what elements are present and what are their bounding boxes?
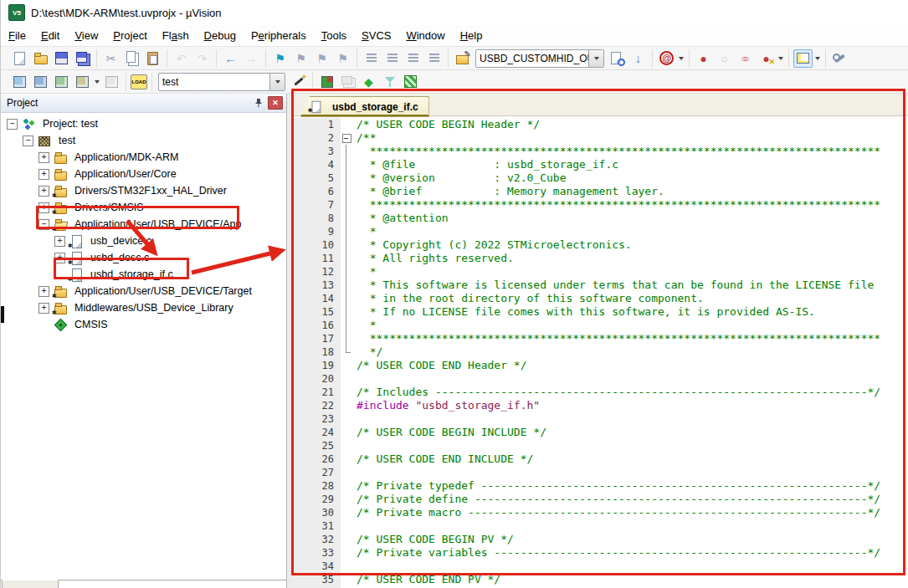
menu-view[interactable]: View [67, 28, 105, 43]
code-text [352, 412, 357, 426]
tree-item-usb-device-c[interactable]: +✱usb_device.c [1, 233, 286, 249]
disable-all-breakpoints-button[interactable] [736, 49, 755, 68]
kill-all-breakpoints-button[interactable] [757, 49, 776, 68]
tree-item-usbd-desc-c[interactable]: +✱usbd_desc.c [1, 249, 286, 266]
find-in-files-button[interactable] [608, 49, 627, 68]
debug-session-button-dropdown[interactable] [677, 51, 685, 66]
open-file-button[interactable] [31, 49, 50, 68]
expander-plus-icon[interactable]: + [38, 303, 49, 314]
close-panel-button[interactable]: ✕ [268, 96, 283, 110]
incremental-find-button[interactable]: ↓ [628, 49, 648, 68]
title-bar: V5 D:\test\MDK-ARM\test.uvprojx - µVisio… [1, 0, 908, 25]
tree-item-label: Application/User/USB_DEVICE/Target [72, 284, 254, 298]
clear-bookmarks-button[interactable]: ⚑ [333, 49, 352, 68]
folder-icon: ✱ [54, 185, 68, 197]
expander-minus-icon[interactable]: − [7, 119, 18, 130]
indent-right-button[interactable] [362, 49, 381, 68]
menu-project[interactable]: Project [105, 28, 154, 43]
enable-disable-breakpoint-button[interactable]: ○ [715, 49, 734, 68]
download-button[interactable]: LOAD [131, 74, 147, 89]
configure-button[interactable] [830, 49, 849, 68]
project-tab-stub[interactable] [2, 580, 59, 588]
menu-peripherals[interactable]: Peripherals [244, 28, 314, 43]
tree-item-drivers-stm32f1xx-hal-driver[interactable]: +✱Drivers/STM32F1xx_HAL_Driver [1, 182, 286, 199]
pack-installer-button[interactable] [401, 73, 420, 91]
expander-plus-icon[interactable]: + [54, 236, 65, 247]
device-filter-button[interactable] [380, 73, 399, 91]
save-all-button[interactable] [73, 49, 92, 68]
tree-item-label: Application/User/USB_DEVICE/App [72, 217, 244, 231]
line-number: 5 [292, 171, 341, 185]
manage-rte-button[interactable] [317, 73, 336, 91]
kill-all-breakpoints-button-dropdown[interactable] [777, 51, 785, 66]
expander-plus-icon[interactable]: + [38, 169, 49, 180]
fold-marker-icon[interactable] [341, 131, 352, 145]
edit-configuration-button[interactable] [453, 49, 472, 68]
debug-target-combobox-dropdown[interactable] [588, 50, 603, 67]
target-select-combobox-dropdown[interactable] [269, 74, 285, 90]
tree-item-application-mdk-arm[interactable]: +Application/MDK-ARM [1, 149, 286, 166]
expander-minus-icon[interactable]: − [38, 219, 49, 230]
expander-plus-icon[interactable]: + [38, 186, 49, 197]
paste-button[interactable] [143, 49, 162, 68]
code-view[interactable]: 1/* USER CODE BEGIN Header */2/**3 *****… [292, 115, 908, 588]
software-packs-button[interactable] [359, 73, 378, 91]
batch-build-button-dropdown[interactable] [93, 74, 101, 89]
tree-item-usbd-storage-if-c[interactable]: ✱usbd_storage_if.c [1, 266, 286, 283]
expander-plus-icon[interactable]: + [38, 286, 49, 297]
fold-margin [341, 319, 352, 332]
tree-item-drivers-cmsis[interactable]: +✱Drivers/CMSIS [1, 199, 286, 216]
window-layout-button[interactable] [793, 49, 813, 68]
toggle-bookmark-button[interactable]: ⚑ [270, 49, 290, 68]
menu-help[interactable]: Help [453, 28, 490, 43]
translate-button[interactable] [10, 73, 29, 91]
debug-target-combobox[interactable]: USBD_CUSTOMHID_OUTI [475, 49, 604, 68]
menu-file[interactable]: File [1, 28, 33, 43]
tree-item-project-test[interactable]: −Project: test [1, 115, 286, 132]
tree-item-middlewares-usb-device-library[interactable]: +✱Middlewares/USB_Device_Library [1, 299, 286, 316]
menu-svcs[interactable]: SVCS [354, 28, 398, 43]
tree-item-application-user-core[interactable]: +Application/User/Core [1, 166, 286, 182]
code-text: * If no LICENSE file comes with this sof… [352, 305, 815, 319]
save-button[interactable] [52, 49, 71, 68]
new-file-button[interactable] [10, 49, 29, 68]
tab-usbd-storage-if-c[interactable]: ✱ usbd_storage_if.c [300, 96, 429, 117]
code-text [352, 466, 357, 479]
rebuild-all-button[interactable] [52, 73, 71, 91]
copy-button[interactable] [122, 49, 141, 68]
comment-selection-button[interactable] [403, 49, 423, 68]
menu-flash[interactable]: Flash [155, 28, 197, 43]
pin-icon[interactable] [253, 97, 264, 109]
menu-tools[interactable]: Tools [314, 28, 354, 43]
expander-plus-icon[interactable]: + [38, 152, 49, 163]
fold-margin [341, 386, 352, 399]
options-for-target-button[interactable] [289, 73, 308, 91]
next-bookmark-button[interactable]: ⚑ [312, 49, 331, 68]
tree-item-application-user-usb-device-target[interactable]: +✱Application/User/USB_DEVICE/Target [1, 283, 286, 299]
uncomment-selection-button[interactable] [424, 49, 444, 68]
main-toolbar: ✂↶↷←→⚑⚑⚑⚑USBD_CUSTOMHID_OUTI↓●○ [1, 47, 908, 70]
code-text: * [352, 265, 376, 279]
cut-button[interactable]: ✂ [101, 49, 121, 68]
debug-session-button[interactable] [657, 49, 676, 68]
indent-left-button[interactable] [382, 49, 402, 68]
tree-item-application-user-usb-device-app[interactable]: −✱Application/User/USB_DEVICE/App [1, 216, 286, 233]
window-layout-button-dropdown[interactable] [813, 51, 822, 66]
tree-item-test[interactable]: −test [1, 132, 286, 149]
expander-plus-icon[interactable]: + [38, 202, 49, 213]
navigate-back-button[interactable]: ← [221, 49, 240, 68]
build-button[interactable] [31, 73, 50, 91]
expander-plus-icon[interactable]: + [54, 253, 65, 263]
expander-minus-icon[interactable]: − [23, 135, 33, 146]
menu-edit[interactable]: Edit [33, 28, 67, 43]
code-text: * @attention [352, 212, 449, 225]
tree-item-cmsis[interactable]: CMSIS [1, 316, 286, 333]
menu-debug[interactable]: Debug [197, 28, 244, 43]
folder-icon: ✱ [54, 302, 68, 314]
batch-build-button[interactable] [73, 73, 92, 91]
target-select-combobox[interactable]: test [158, 73, 285, 91]
insert-remove-breakpoint-button[interactable]: ● [694, 49, 713, 68]
previous-bookmark-button[interactable]: ⚑ [291, 49, 310, 68]
code-line-14: 14 * in the root directory of this softw… [292, 292, 908, 305]
menu-window[interactable]: Window [398, 28, 452, 43]
